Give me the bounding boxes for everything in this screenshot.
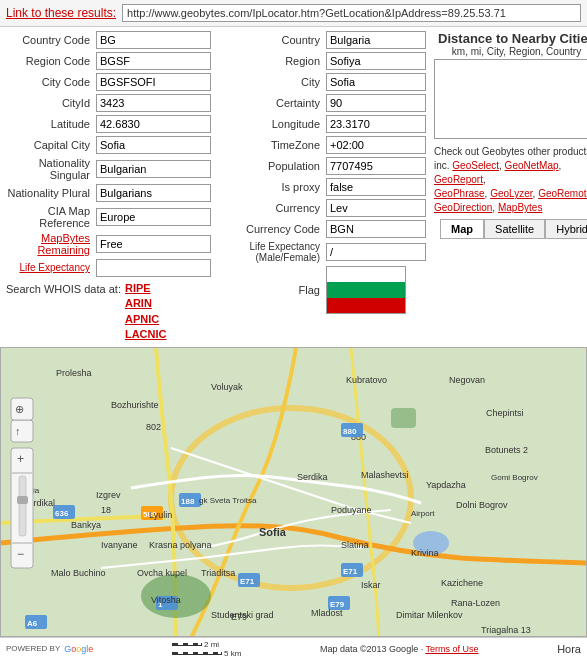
svg-rect-4 [391, 408, 416, 428]
geo-phrase-link[interactable]: GeoPhrase [434, 188, 485, 199]
tab-hybrid[interactable]: Hybrid [545, 219, 587, 239]
geo-lyzer-link[interactable]: GeoLyzer [490, 188, 532, 199]
geo-direction-link[interactable]: GeoDirection [434, 202, 492, 213]
label-life-expectancy-link[interactable]: Life Expectancy [6, 262, 96, 274]
label-timezone: TimeZone [231, 139, 326, 151]
input-region-code[interactable] [96, 52, 211, 70]
geo-netmap-link[interactable]: GeoNetMap [505, 160, 559, 171]
geo-remote-link[interactable]: GeoRemote [538, 188, 587, 199]
geo-report-link[interactable]: GeoReport [434, 174, 483, 185]
input-nationality-plural[interactable] [96, 184, 211, 202]
whois-arin[interactable]: ARIN [125, 296, 167, 311]
map-svg: 802 18 880 E79 A6 636 589 188 880 E71 E7… [1, 348, 587, 637]
input-capital-city[interactable] [96, 136, 211, 154]
input-currency[interactable] [326, 199, 426, 217]
label-nationality-plural: Nationality Plural [6, 187, 96, 199]
field-cityid: CityId [6, 94, 221, 112]
link-input[interactable] [122, 4, 581, 22]
input-city-code[interactable] [96, 73, 211, 91]
svg-text:Sofia: Sofia [259, 526, 287, 538]
whois-ripe[interactable]: RIPE [125, 281, 167, 296]
label-currency-code: Currency Code [231, 223, 326, 235]
label-mapbytes-link[interactable]: MapBytes Remaining [6, 232, 96, 256]
svg-text:Serdika: Serdika [297, 472, 328, 482]
input-currency-code[interactable] [326, 220, 426, 238]
label-latitude: Latitude [6, 118, 96, 130]
svg-text:Malo Buchino: Malo Buchino [51, 568, 106, 578]
svg-text:Rana-Lozen: Rana-Lozen [451, 598, 500, 608]
input-certainty[interactable] [326, 94, 426, 112]
svg-text:18: 18 [101, 505, 111, 515]
svg-text:Studentski grad: Studentski grad [211, 610, 274, 620]
input-longitude[interactable] [326, 115, 426, 133]
field-nationality-singular: Nationality Singular [6, 157, 221, 181]
geobytes-section: Check out Geobytes other products inc. G… [434, 145, 587, 215]
svg-text:Iskar: Iskar [361, 580, 381, 590]
distance-section: Distance to Nearby Cities km, mi, City, … [434, 31, 587, 317]
scale-km-icon [172, 652, 222, 655]
input-region[interactable] [326, 52, 426, 70]
input-life-expectancy[interactable] [326, 243, 426, 261]
link-label[interactable]: Link to these results: [6, 6, 116, 20]
svg-text:Kazichene: Kazichene [441, 578, 483, 588]
field-cia-map: CIA Map Reference [6, 205, 221, 229]
input-city[interactable] [326, 73, 426, 91]
svg-text:880: 880 [343, 427, 357, 436]
label-country: Country [231, 34, 326, 46]
svg-text:Ivanyane: Ivanyane [101, 540, 138, 550]
input-mapbytes[interactable] [96, 235, 211, 253]
input-latitude[interactable] [96, 115, 211, 133]
input-life-expectancy-left[interactable] [96, 259, 211, 277]
svg-rect-0 [1, 348, 587, 637]
field-country: Country [231, 31, 426, 49]
left-column: Country Code Region Code City Code CityI… [6, 31, 221, 343]
scale-mi: 2 mi [172, 640, 241, 649]
svg-text:Chepintsi: Chepintsi [486, 408, 524, 418]
tab-map[interactable]: Map [440, 219, 484, 239]
field-region-code: Region Code [6, 52, 221, 70]
input-timezone[interactable] [326, 136, 426, 154]
svg-text:A6: A6 [27, 619, 38, 628]
distance-title: Distance to Nearby Cities [434, 31, 587, 46]
flag-stripe-red [327, 298, 405, 313]
svg-rect-66 [19, 476, 26, 536]
svg-text:188: 188 [181, 497, 195, 506]
copyright-text: Map data ©2013 Google [320, 644, 418, 654]
svg-text:Negovan: Negovan [449, 375, 485, 385]
mapbytes-link[interactable]: MapBytes [498, 202, 542, 213]
field-region: Region [231, 52, 426, 70]
label-life-expectancy: Life Expectancy (Male/Female) [231, 241, 326, 263]
field-longitude: Longitude [231, 115, 426, 133]
input-population[interactable] [326, 157, 426, 175]
flag-label: Flag [231, 284, 326, 296]
input-country[interactable] [326, 31, 426, 49]
field-currency: Currency [231, 199, 426, 217]
whois-label: Search WHOIS data at: [6, 281, 121, 295]
input-cityid[interactable] [96, 94, 211, 112]
svg-text:Lyulin: Lyulin [149, 510, 172, 520]
field-latitude: Latitude [6, 115, 221, 133]
field-mapbytes: MapBytes Remaining [6, 232, 221, 256]
svg-text:Mladost: Mladost [311, 608, 343, 618]
tab-satellite[interactable]: Satellite [484, 219, 545, 239]
svg-text:−: − [17, 547, 24, 561]
geo-select-link[interactable]: GeoSelect [452, 160, 499, 171]
field-country-code: Country Code [6, 31, 221, 49]
input-country-code[interactable] [96, 31, 211, 49]
whois-lacnic[interactable]: LACNIC [125, 327, 167, 342]
input-is-proxy[interactable] [326, 178, 426, 196]
whois-section: Search WHOIS data at: RIPE ARIN APNIC LA… [6, 281, 221, 343]
terms-link[interactable]: Terms of Use [425, 644, 478, 654]
svg-text:Vitosha: Vitosha [151, 595, 181, 605]
label-capital-city: Capital City [6, 139, 96, 151]
input-cia-map[interactable] [96, 208, 211, 226]
whois-apnic[interactable]: APNIC [125, 312, 167, 327]
label-certainty: Certainty [231, 97, 326, 109]
right-column: Country Region City Certainty Longitude [221, 31, 587, 343]
hora-label: Hora [557, 643, 581, 655]
google-logo: Google [64, 644, 93, 654]
scale-km: 5 km [172, 649, 241, 658]
input-nationality-singular[interactable] [96, 160, 211, 178]
label-nationality-singular: Nationality Singular [6, 157, 96, 181]
map-container[interactable]: 802 18 880 E79 A6 636 589 188 880 E71 E7… [0, 347, 587, 637]
